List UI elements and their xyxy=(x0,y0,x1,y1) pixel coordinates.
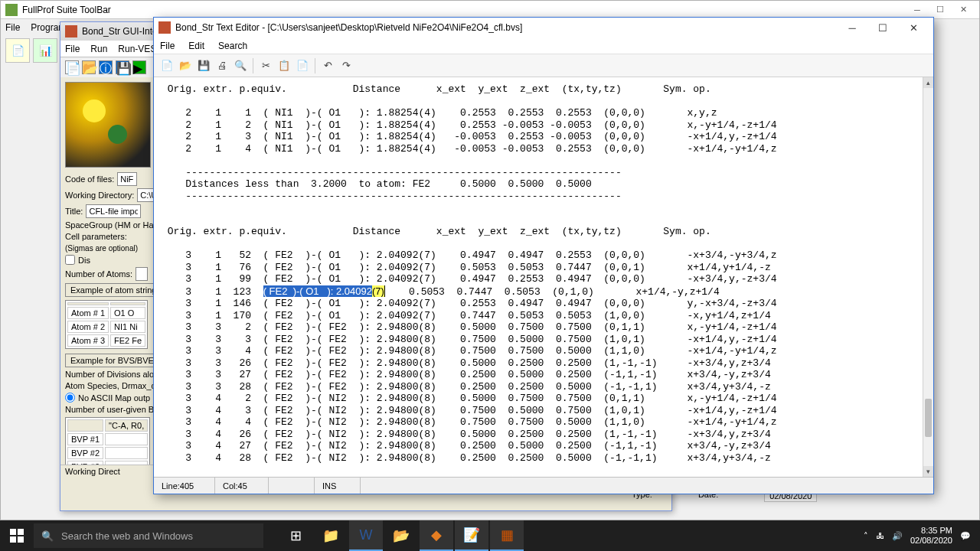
app-icon-3[interactable]: ▦ xyxy=(490,520,524,551)
atom1-val[interactable]: O1 O xyxy=(110,307,145,319)
tray-up-icon[interactable]: ˄ xyxy=(864,531,868,541)
search-placeholder: Search the web and Windows xyxy=(61,530,193,542)
gui-menu-file[interactable]: File xyxy=(65,44,80,54)
bvs-example-button[interactable]: Example for BVS/BVEL xyxy=(65,354,164,367)
gui-tb-new[interactable]: 📄 xyxy=(65,60,79,74)
title-label: Title: xyxy=(65,207,83,216)
scroll-up-icon[interactable]: ▴ xyxy=(923,77,933,88)
gui-tb-save[interactable]: 💾 xyxy=(116,60,129,74)
taskbar-clock[interactable]: 8:35 PM 02/08/2020 xyxy=(910,526,952,546)
notification-icon[interactable]: 💬 xyxy=(960,531,971,541)
search-icon: 🔍 xyxy=(41,530,54,542)
dis-label: Dis xyxy=(78,256,90,265)
paste-icon[interactable]: 📄 xyxy=(294,57,311,74)
undo-icon[interactable]: ↶ xyxy=(319,57,336,74)
clock-date: 02/08/2020 xyxy=(910,536,952,546)
word-icon[interactable]: W xyxy=(349,520,383,551)
close-button[interactable]: ✕ xyxy=(952,2,975,18)
cut-icon[interactable]: ✂ xyxy=(257,57,274,74)
save-icon[interactable]: 💾 xyxy=(195,57,212,74)
fullprof-icon xyxy=(5,4,18,16)
system-tray[interactable]: ˄ 🖧 🔊 8:35 PM 02/08/2020 💬 xyxy=(854,526,980,546)
scroll-thumb[interactable] xyxy=(925,399,932,437)
code-label: Code of files: xyxy=(65,174,114,184)
bvp1-label: BVP #1 xyxy=(67,433,103,445)
dis-checkbox[interactable] xyxy=(65,255,75,265)
print-icon[interactable]: 🖨 xyxy=(214,57,230,74)
gui-tb-info[interactable]: ⓘ xyxy=(99,60,113,74)
example-atom-button[interactable]: Example of atom string: xyxy=(65,283,165,297)
gui-tb-run[interactable]: ▶ xyxy=(132,60,146,74)
natoms-label: Number of Atoms: xyxy=(65,269,132,279)
redo-icon[interactable]: ↷ xyxy=(338,57,354,74)
windows-icon xyxy=(10,529,24,543)
natoms-input[interactable] xyxy=(136,267,148,281)
editor-text-area[interactable]: Orig. extr. p.equiv. Distance x_ext y_ex… xyxy=(154,77,923,477)
editor-title: Bond_Str Text Editor - [C:\Users\sanjeet… xyxy=(175,22,522,33)
atom2-val[interactable]: NI1 Ni xyxy=(110,321,145,333)
gui-menu-run[interactable]: Run xyxy=(90,44,107,54)
code-input[interactable] xyxy=(117,172,137,186)
editor-menu-file[interactable]: File xyxy=(160,41,175,51)
title-input[interactable] xyxy=(86,204,141,218)
editor-titlebar[interactable]: Bond_Str Text Editor - [C:\Users\sanjeet… xyxy=(154,18,933,37)
gui-title: Bond_Str GUI-Interf xyxy=(82,26,163,37)
status-col: Col:45 xyxy=(215,478,269,494)
editor-minimize[interactable]: ─ xyxy=(837,18,867,37)
app-icon-2[interactable]: 📝 xyxy=(455,520,488,551)
clock-time: 8:35 PM xyxy=(910,526,952,536)
taskview-icon[interactable]: ⊞ xyxy=(279,520,312,551)
editor-menubar: File Edit Search xyxy=(154,37,933,54)
open-icon[interactable]: 📂 xyxy=(177,57,194,74)
atomsp-label: Atom Species, Drmax_del xyxy=(65,381,162,390)
editor-window: Bond_Str Text Editor - [C:\Users\sanjeet… xyxy=(153,17,934,494)
sg-label: SpaceGroup (HM or Hall xyxy=(65,220,157,230)
cell-label: Cell parameters: xyxy=(65,232,127,241)
bvp2-label: BVP #2 xyxy=(67,447,103,459)
new-icon[interactable]: 📄 xyxy=(158,57,175,74)
structure-preview[interactable] xyxy=(65,82,151,168)
editor-icon xyxy=(158,21,171,34)
explorer-icon[interactable]: 📁 xyxy=(314,520,348,551)
nomap-radio[interactable] xyxy=(65,393,75,403)
tool-2[interactable]: 📊 xyxy=(33,38,57,63)
scroll-down-icon[interactable]: ▾ xyxy=(923,466,933,477)
atom3-val[interactable]: FE2 Fe xyxy=(110,334,145,347)
ndiv-label: Number of Divisions along xyxy=(65,370,163,379)
app-icon-1[interactable]: ◆ xyxy=(420,520,453,551)
menu-file[interactable]: File xyxy=(5,22,20,33)
caro-label: "C-A, R0, xyxy=(105,419,148,432)
status-ins: INS xyxy=(315,478,361,494)
atom1-label: Atom # 1 xyxy=(67,307,109,319)
wd-label: Working Directory: xyxy=(65,191,134,200)
atom3-label: Atom # 3 xyxy=(67,334,109,347)
tool-1[interactable]: 📄 xyxy=(5,38,30,63)
maximize-button[interactable]: ☐ xyxy=(929,2,952,18)
atom2-label: Atom # 2 xyxy=(67,321,109,333)
gui-status-wd: Working Direct xyxy=(65,467,120,476)
folder-icon[interactable]: 📂 xyxy=(384,520,418,551)
editor-maximize[interactable]: ☐ xyxy=(867,18,898,37)
network-icon[interactable]: 🖧 xyxy=(876,531,884,540)
gui-icon xyxy=(65,25,77,37)
fullprof-title: FullProf Suite ToolBar xyxy=(22,5,111,15)
editor-close[interactable]: ✕ xyxy=(898,18,929,37)
taskbar-search[interactable]: 🔍 Search the web and Windows xyxy=(34,523,263,548)
editor-menu-search[interactable]: Search xyxy=(218,41,247,51)
editor-toolbar: 📄 📂 💾 🖨 🔍 ✂ 📋 📄 ↶ ↷ xyxy=(154,54,933,77)
nuser-label: Number of user-given Bon xyxy=(65,405,163,414)
atom-table: Atom # 1O1 O Atom # 2NI1 Ni Atom # 3FE2 … xyxy=(65,300,148,349)
nomap-label: No ASCII Map outp xyxy=(78,393,150,403)
gui-tb-open[interactable]: 📂 xyxy=(82,60,96,74)
minimize-button[interactable]: ─ xyxy=(906,2,929,18)
copy-icon[interactable]: 📋 xyxy=(276,57,292,74)
editor-scrollbar[interactable]: ▴ ▾ xyxy=(923,77,933,477)
start-button[interactable] xyxy=(0,520,34,551)
volume-icon[interactable]: 🔊 xyxy=(892,531,903,541)
cell-sub: (Sigmas are optional) xyxy=(65,244,138,253)
editor-statusbar: Line:405 Col:45 INS xyxy=(154,477,933,494)
editor-menu-edit[interactable]: Edit xyxy=(188,41,204,51)
find-icon[interactable]: 🔍 xyxy=(232,57,249,74)
status-line: Line:405 xyxy=(154,478,215,494)
taskbar: 🔍 Search the web and Windows ⊞ 📁 W 📂 ◆ 📝… xyxy=(0,520,980,551)
